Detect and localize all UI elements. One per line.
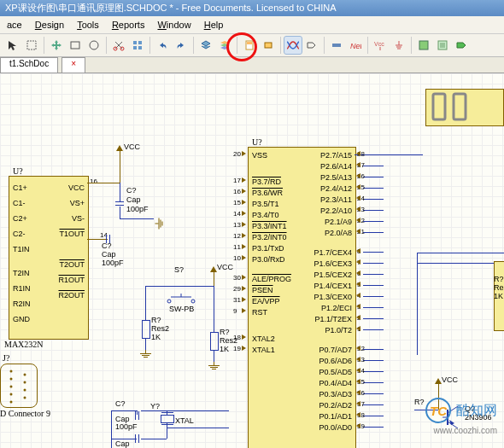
svg-point-21: [10, 378, 13, 381]
svg-point-16: [167, 300, 171, 303]
tab-schematic[interactable]: t1.SchDoc: [0, 57, 58, 73]
gnd-icon: [208, 362, 220, 370]
value: 1K: [220, 345, 229, 353]
menu-reports[interactable]: Reports: [107, 20, 150, 30]
value: 1K: [151, 333, 161, 341]
refdes: R?: [220, 328, 230, 336]
svg-point-23: [10, 393, 13, 396]
marquee-icon[interactable]: [23, 37, 40, 54]
menu-help[interactable]: Help: [199, 20, 229, 30]
layers-icon[interactable]: [216, 37, 233, 54]
svg-rect-5: [133, 41, 137, 44]
refdes: U?: [13, 166, 23, 176]
net-vcc: VCC: [442, 375, 458, 384]
refdes: J?: [3, 353, 9, 363]
svg-rect-34: [433, 94, 445, 119]
part-icon[interactable]: [415, 37, 432, 54]
svg-point-2: [90, 41, 98, 49]
refdes: C?: [102, 241, 112, 250]
refdes: C?: [126, 186, 137, 195]
svg-point-26: [24, 381, 26, 384]
value: XTAL: [175, 416, 194, 425]
undo-icon[interactable]: [154, 37, 171, 54]
gnd-icon[interactable]: [390, 37, 407, 54]
resistor[interactable]: [142, 320, 150, 339]
svg-rect-7: [133, 46, 137, 49]
switch[interactable]: [167, 294, 196, 304]
value: Cap: [102, 250, 116, 259]
menu-window[interactable]: Window: [152, 20, 196, 30]
watermark-icon: TC: [425, 398, 451, 423]
svg-point-24: [10, 401, 13, 404]
power-arrow-icon: [210, 263, 217, 272]
gnd-icon: [140, 350, 151, 358]
svg-point-27: [24, 389, 26, 392]
tab-close-icon[interactable]: ×: [62, 57, 85, 73]
crystal[interactable]: [161, 415, 174, 423]
watermark-url: www.coozhi.com: [434, 426, 497, 435]
svg-point-20: [10, 370, 13, 373]
menu-design[interactable]: DDesignesign: [30, 20, 69, 30]
svg-point-22: [10, 386, 13, 388]
gnd-icon: [155, 218, 164, 230]
menu-bar: ace DDesignesign Tools Reports Window He…: [0, 16, 504, 34]
resistor[interactable]: [210, 332, 219, 351]
refdes: R?: [151, 316, 161, 324]
net-vcc: VCC: [124, 143, 140, 151]
value: Res2: [151, 324, 169, 333]
svg-rect-14: [419, 41, 428, 49]
port-icon[interactable]: [453, 37, 470, 54]
redo-icon[interactable]: [173, 37, 190, 54]
value: SW-PB: [169, 305, 194, 313]
svg-rect-10: [247, 42, 252, 44]
refdes: R?: [494, 275, 504, 283]
svg-rect-8: [138, 46, 142, 49]
refdes: Y?: [150, 402, 160, 410]
value: Cap: [126, 195, 141, 204]
pin-number: 16: [90, 177, 97, 186]
grid-icon[interactable]: [129, 37, 146, 54]
value: 100pF: [126, 205, 149, 213]
menu-item[interactable]: ace: [2, 20, 27, 30]
cut-icon[interactable]: [110, 37, 127, 54]
svg-point-28: [24, 397, 26, 399]
document-tabs: t1.SchDoc ×: [0, 57, 504, 73]
value: Res: [494, 283, 504, 292]
component-max232[interactable]: C1+C1-C2+C2-T1INT2INR1INR2INGND VCCVS+VS…: [9, 176, 89, 340]
move-icon[interactable]: [48, 37, 65, 54]
svg-rect-0: [27, 41, 36, 49]
window-titlebar: XP课设作图\串口通讯原理图.SCHDOC * - Free Documents…: [0, 0, 504, 16]
sheet-symbol-icon[interactable]: [434, 37, 451, 54]
schematic-canvas[interactable]: U? C1+C1-C2+C2-T1INT2INR1INR2INGND VCCVS…: [0, 73, 504, 448]
power-arrow-icon: [435, 375, 442, 384]
bus-icon[interactable]: [328, 37, 345, 54]
sheet-icon[interactable]: [241, 37, 258, 54]
component-icon[interactable]: [260, 37, 277, 54]
menu-tools[interactable]: Tools: [72, 20, 104, 30]
capacitor[interactable]: [134, 411, 139, 420]
svg-text:Net: Net: [350, 42, 361, 50]
value: 1K: [494, 292, 503, 300]
refdes: C?: [115, 399, 126, 408]
netlabel-icon[interactable]: [303, 37, 320, 54]
arrow-tool-icon[interactable]: [4, 37, 21, 54]
svg-point-25: [24, 374, 26, 376]
refdes: S?: [174, 265, 184, 274]
toolbar: Net Vcc: [0, 34, 504, 57]
svg-rect-35: [454, 94, 466, 119]
part-name: MAX232N: [4, 340, 44, 349]
d-connector[interactable]: [0, 364, 38, 408]
layer-icon[interactable]: [197, 37, 214, 54]
annotation-icon[interactable]: Net: [347, 37, 364, 54]
refdes: U?: [252, 137, 262, 147]
circle-icon[interactable]: [85, 37, 103, 54]
component-mcu[interactable]: VSSP3.7/RDP3.6/WRP3.5/T1P3.4/T0P3.3/INT1…: [248, 147, 356, 448]
rect-icon[interactable]: [67, 37, 84, 54]
value: 100pF: [102, 259, 124, 267]
net-vcc: VCC: [217, 263, 233, 271]
watermark: TC 酷知网: [425, 398, 497, 423]
component-display[interactable]: [425, 89, 504, 126]
wire-tool-icon[interactable]: [284, 37, 302, 54]
svg-rect-1: [71, 42, 79, 49]
vcc-icon[interactable]: Vcc: [372, 37, 389, 54]
